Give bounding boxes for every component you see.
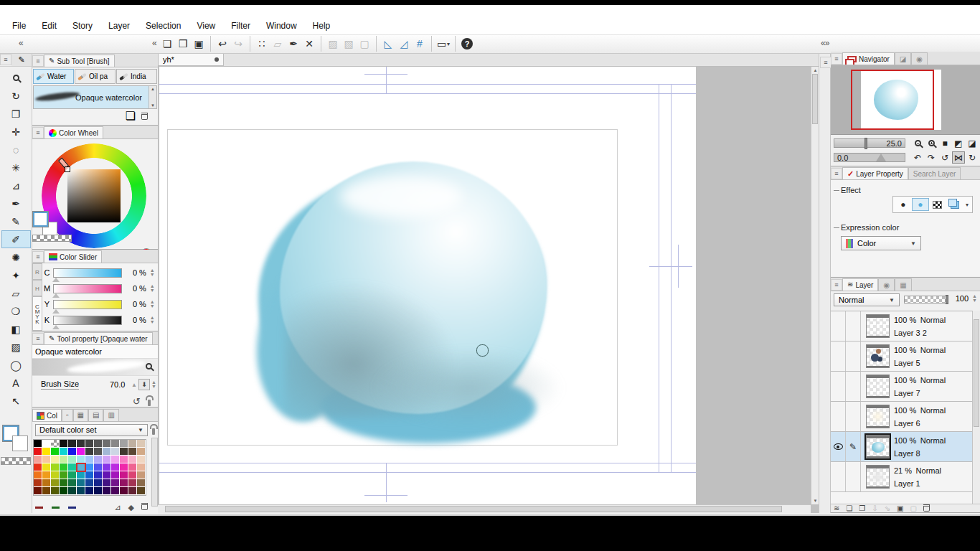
palette-swatch[interactable] [128, 448, 137, 456]
palette-swatch[interactable] [85, 448, 94, 456]
eyedropper-tool[interactable]: ⊿ [1, 176, 31, 194]
add-color[interactable]: ◆ [128, 504, 134, 512]
palette-swatch[interactable] [94, 479, 103, 487]
palette-scrollbar[interactable] [151, 438, 158, 507]
menu-window[interactable]: Window [258, 19, 305, 32]
palette-swatch[interactable] [137, 479, 146, 487]
tab-color-history[interactable]: ▤ [88, 409, 103, 421]
palette-swatch[interactable] [51, 463, 60, 471]
delete-layer[interactable] [923, 504, 930, 513]
palette-swatch[interactable] [51, 440, 60, 448]
fill-selection[interactable]: ✒ [286, 36, 301, 52]
opacity-value[interactable]: 100 [956, 294, 969, 303]
layer-name[interactable]: Layer 8 [894, 447, 946, 460]
scrollbar-thumb[interactable] [812, 74, 818, 124]
rotate-canvas-tool[interactable]: ↻ [1, 87, 31, 105]
palette-swatch[interactable] [128, 463, 137, 471]
expression-color-select[interactable]: Color ▼ [841, 236, 921, 250]
palette-swatch[interactable] [51, 456, 60, 463]
palette-swatch[interactable] [60, 471, 68, 479]
palette-swatch[interactable] [103, 448, 111, 456]
slider-track[interactable] [53, 284, 122, 293]
palette-swatch[interactable] [42, 448, 51, 456]
palette-swatch[interactable] [60, 448, 68, 456]
palette-swatch[interactable] [51, 479, 60, 487]
sv-marker[interactable] [65, 166, 70, 172]
layer-thumbnail[interactable] [866, 314, 890, 338]
palette-swatch[interactable] [85, 456, 94, 463]
visibility-cell[interactable] [831, 311, 846, 341]
canvas-page[interactable] [159, 67, 696, 504]
slider-track[interactable] [53, 300, 122, 309]
pen-tool[interactable]: ✒ [1, 194, 31, 212]
tab-material-color[interactable]: ▥ [103, 409, 118, 421]
palette-swatch[interactable] [103, 479, 111, 487]
tab-sub-view[interactable]: ◪ [895, 52, 911, 65]
palette-swatch[interactable] [137, 456, 146, 463]
tab-layer[interactable]: ≋Layer [842, 278, 878, 291]
scrollbar-thumb[interactable] [974, 319, 979, 427]
subtool-group-tab-water[interactable]: Water [33, 69, 74, 84]
brush-size-spinner[interactable]: ▲▼ [151, 380, 156, 389]
sub-tool-scrollbar[interactable]: ▲▼ [149, 86, 156, 108]
slider-value[interactable]: 0 [124, 268, 137, 277]
tab-approximate-color[interactable]: ▦ [73, 409, 88, 421]
decoration-tool[interactable]: ✦ [1, 266, 31, 284]
color-set-settings-wrench-icon[interactable] [152, 428, 155, 435]
tab-layer-extra[interactable]: ◉ [878, 278, 895, 291]
mesh-transform[interactable]: ✕ [301, 36, 317, 52]
palette-swatch[interactable] [111, 479, 120, 487]
undo[interactable]: ↩ [215, 36, 230, 52]
palette-swatch[interactable] [60, 479, 68, 487]
layer-scrollbar[interactable] [972, 311, 980, 504]
color-set-select[interactable]: Default color set▼ [35, 424, 148, 436]
reset-tool-icon[interactable]: ↺ [133, 397, 141, 406]
layer-row-layer-7[interactable]: 100 % NormalLayer 7 [831, 372, 980, 402]
new-raster-layer[interactable]: ❏ [846, 505, 852, 512]
brush-size-dropdown-button[interactable]: ⬇ [138, 379, 150, 390]
palette-swatch[interactable] [137, 471, 146, 479]
delete-subtool[interactable] [141, 110, 148, 122]
palette-swatch[interactable] [137, 440, 146, 448]
background-color-swatch[interactable] [12, 435, 28, 451]
flip-horizontal[interactable]: ⋈ [952, 151, 965, 164]
tab-search-layer[interactable]: Search Layer [908, 167, 961, 179]
collapse-left-panel-button[interactable]: « [19, 38, 23, 48]
panel-menu-icon[interactable]: ≡ [831, 279, 842, 291]
slider-mode-tab-h[interactable]: H [32, 280, 42, 296]
palette-swatch[interactable] [111, 471, 120, 479]
snap-to-ruler[interactable]: ◺ [380, 36, 396, 52]
panel-menu-icon[interactable]: ≡ [831, 53, 842, 65]
transparent-color-swatch[interactable] [1, 457, 31, 465]
subtool-group-tab-india[interactable]: India [116, 69, 157, 84]
zoom-out[interactable] [911, 137, 924, 149]
palette-swatch[interactable] [111, 448, 120, 456]
scrollbar-thumb[interactable] [165, 506, 782, 512]
slider-mode-tab-cmyk[interactable]: CMYK [32, 296, 42, 331]
rotation-slider[interactable]: 0.0 [834, 153, 905, 162]
reset-display[interactable]: ↻ [966, 151, 979, 164]
palette-swatch[interactable] [137, 463, 146, 471]
new-layer-folder[interactable]: ❐ [859, 505, 865, 512]
palette-swatch[interactable] [34, 479, 42, 487]
tool-settings-wrench-icon[interactable] [148, 400, 151, 406]
menu-selection[interactable]: Selection [138, 19, 189, 32]
palette-swatch[interactable] [42, 471, 51, 479]
menu-file[interactable]: File [4, 19, 34, 32]
eye-icon[interactable] [834, 443, 843, 450]
document-tab[interactable]: yh* [158, 54, 224, 66]
actual-size[interactable]: ◪ [966, 137, 979, 149]
delete-color[interactable] [141, 503, 148, 512]
palette-swatch[interactable] [60, 440, 68, 448]
help[interactable]: ? [459, 36, 475, 52]
auto-select-tool[interactable]: ✳ [1, 159, 31, 176]
slider-spinner[interactable]: ▲▼ [150, 300, 155, 309]
palette-swatch[interactable] [51, 448, 60, 456]
menu-view[interactable]: View [189, 19, 223, 32]
effect-border[interactable]: ● [895, 198, 912, 211]
palette-swatch[interactable] [85, 487, 94, 495]
tab-layer-property[interactable]: ✓Layer Property [842, 167, 908, 179]
rotation-slider-handle[interactable] [876, 154, 886, 161]
subtool-item-opaque-watercolor[interactable]: Opaque watercolor [34, 86, 156, 108]
palette-swatch[interactable] [103, 463, 111, 471]
